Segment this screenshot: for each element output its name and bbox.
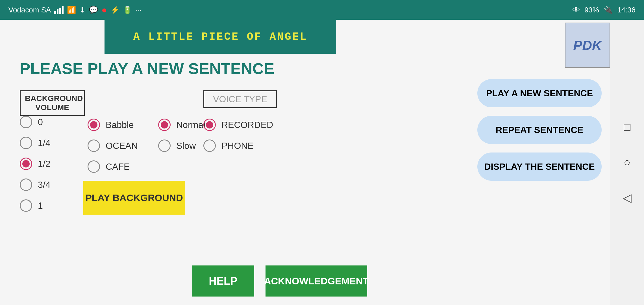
battery-icon: 🔌 xyxy=(604,6,613,14)
nav-square-icon[interactable]: □ xyxy=(624,121,630,133)
clock-time: 14:36 xyxy=(617,6,636,14)
wifi-icon: 📶 xyxy=(67,6,76,14)
radio-circle-quarter xyxy=(20,137,32,149)
voice-type-label: VOICE TYPE xyxy=(203,90,277,108)
volume-radio-group: 0 1/4 1/2 3/4 1 xyxy=(20,116,50,212)
radio-circle-ocean xyxy=(88,140,100,152)
noise-label-babble: Babble xyxy=(106,120,134,130)
display-sentence-button[interactable]: DISPLAY THE SENTENCE xyxy=(477,152,602,181)
volume-label-quarter: 1/4 xyxy=(38,138,50,148)
bg-volume-label: BACKGROUND VOLUME xyxy=(20,90,85,116)
acknowledgement-button[interactable]: ACKNOWLEDGEMENT xyxy=(266,265,367,297)
radio-circle-babble xyxy=(88,119,100,131)
radio-inner-babble xyxy=(90,121,97,128)
radio-circle-0 xyxy=(20,116,32,128)
dot-icon: ● xyxy=(101,5,107,15)
voice-radio-recorded[interactable]: RECORDED xyxy=(203,119,273,131)
voice-label-recorded: RECORDED xyxy=(221,120,273,130)
radio-circle-phone xyxy=(203,140,216,152)
radio-circle-slow xyxy=(158,140,171,152)
whatsapp-icon: 💬 xyxy=(89,6,98,14)
app-title: A LITTLE PIECE OF ANGEL xyxy=(133,31,308,43)
noise-radio-cafe[interactable]: CAFE xyxy=(88,160,138,173)
noise-label-ocean: OCEAN xyxy=(106,141,138,151)
noise-radio-ocean[interactable]: OCEAN xyxy=(88,140,138,152)
speed-radio-normal[interactable]: Normal xyxy=(158,119,205,131)
page-title: PLEASE PLAY A NEW SENTENCE xyxy=(20,59,274,78)
bolt-icon: ⚡ xyxy=(110,6,119,14)
volume-radio-quarter[interactable]: 1/4 xyxy=(20,137,50,149)
play-background-button[interactable]: PLAY BACKGROUND xyxy=(83,181,185,215)
battery-alt-icon: 🔋 xyxy=(123,6,132,14)
speed-radio-group: Normal Slow xyxy=(158,119,205,152)
noise-radio-babble[interactable]: Babble xyxy=(88,119,138,131)
usb-icon: ⬇ xyxy=(79,6,86,14)
logo-box: PDK xyxy=(565,23,610,68)
status-left: Vodacom SA 📶 ⬇ 💬 ● ⚡ 🔋 ··· xyxy=(8,5,141,15)
radio-inner-half xyxy=(22,160,30,167)
radio-circle-half xyxy=(20,158,32,170)
nav-bar: □ ○ ◁ xyxy=(610,20,644,305)
speed-label-normal: Normal xyxy=(176,120,205,130)
header-banner: A LITTLE PIECE OF ANGEL xyxy=(105,20,336,54)
volume-label-threequarter: 3/4 xyxy=(38,180,50,190)
voice-type-radio-group: RECORDED PHONE xyxy=(203,119,273,152)
volume-radio-full[interactable]: 1 xyxy=(20,199,50,212)
help-button[interactable]: HELP xyxy=(192,265,254,297)
carrier-text: Vodacom SA xyxy=(8,6,51,14)
voice-label-phone: PHONE xyxy=(221,141,254,151)
nav-circle-icon[interactable]: ○ xyxy=(624,156,630,169)
nav-back-icon[interactable]: ◁ xyxy=(623,191,632,204)
noise-radio-group: Babble OCEAN CAFE xyxy=(88,119,138,173)
volume-label-0: 0 xyxy=(38,117,43,127)
eye-icon: 👁 xyxy=(573,6,580,14)
voice-radio-phone[interactable]: PHONE xyxy=(203,140,273,152)
repeat-sentence-button[interactable]: REPEAT SENTENCE xyxy=(477,116,602,144)
status-right: 👁 93% 🔌 14:36 xyxy=(573,6,636,14)
radio-circle-threequarter xyxy=(20,178,32,191)
radio-circle-normal xyxy=(158,119,171,131)
logo-text: PDK xyxy=(573,38,602,53)
noise-label-cafe: CAFE xyxy=(106,162,130,172)
play-new-sentence-button[interactable]: PLAY A NEW SENTENCE xyxy=(477,79,602,107)
volume-label-half: 1/2 xyxy=(38,159,50,169)
radio-circle-recorded xyxy=(203,119,216,131)
status-bar: Vodacom SA 📶 ⬇ 💬 ● ⚡ 🔋 ··· 👁 93% 🔌 14:36 xyxy=(0,0,644,20)
speed-radio-slow[interactable]: Slow xyxy=(158,140,205,152)
volume-label-full: 1 xyxy=(38,201,43,211)
speed-label-slow: Slow xyxy=(176,141,196,151)
volume-radio-0[interactable]: 0 xyxy=(20,116,50,128)
radio-inner-recorded xyxy=(206,121,213,128)
main-content: A LITTLE PIECE OF ANGEL PDK PLEASE PLAY … xyxy=(0,20,610,305)
radio-circle-full xyxy=(20,199,32,212)
volume-radio-half[interactable]: 1/2 xyxy=(20,158,50,170)
volume-radio-threequarter[interactable]: 3/4 xyxy=(20,178,50,191)
more-icon: ··· xyxy=(135,6,142,14)
battery-pct: 93% xyxy=(584,6,599,14)
radio-circle-cafe xyxy=(88,160,100,173)
signal-icon xyxy=(54,6,64,14)
radio-inner-normal xyxy=(161,121,168,128)
